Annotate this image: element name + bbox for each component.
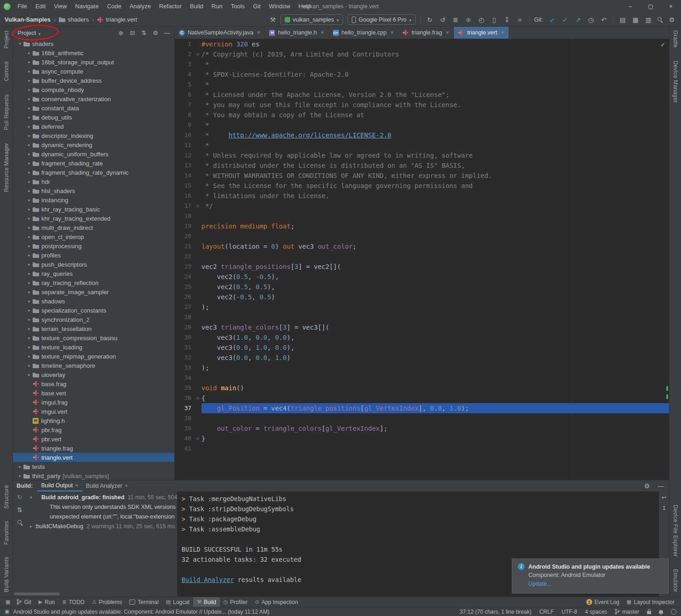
chevron-right-icon[interactable]: ▸ [26, 170, 33, 175]
chevron-right-icon[interactable]: ▸ [26, 143, 33, 147]
chevron-right-icon[interactable]: ▸ [26, 207, 33, 211]
tool-button-device-file-explorer[interactable]: Device File Explorer [672, 505, 679, 557]
build-tree-item[interactable]: ▾Build android_gradle: finished11 min, 5… [27, 492, 177, 502]
toolwindow-terminal[interactable]: Terminal [126, 597, 162, 607]
chevron-right-icon[interactable]: ▸ [26, 345, 33, 349]
tree-item-terrain-tessellation[interactable]: ▸terrain_tessellation [13, 324, 174, 333]
hide-build-panel-icon[interactable]: — [656, 482, 665, 490]
layout-inspector-button[interactable]: ▦Layout Inspector [623, 597, 678, 607]
chevron-right-icon[interactable]: ▸ [26, 234, 33, 239]
chevron-right-icon[interactable]: ▸ [26, 317, 33, 322]
toolwindow-git[interactable]: Git [13, 597, 34, 607]
scroll-to-end-icon[interactable]: ↧ [660, 505, 668, 512]
device-manager-icon[interactable]: ▤ [618, 16, 627, 23]
code-line-28[interactable]: 28 [175, 312, 669, 322]
status-message[interactable]: Android Studio and plugin updates availa… [13, 609, 269, 615]
menu-tools[interactable]: Tools [227, 0, 249, 13]
breadcrumb-item-shaders[interactable]: shaders [59, 16, 89, 23]
tree-item-uioverlay[interactable]: ▸uioverlay [13, 370, 174, 379]
git-commit-icon[interactable]: ✓ [561, 16, 570, 23]
device-monitor-icon[interactable]: ▯ [490, 16, 499, 23]
menu-edit[interactable]: Edit [31, 0, 50, 13]
chevron-right-icon[interactable]: ▸ [26, 97, 33, 101]
build-tree-item[interactable]: ▸:buildCMakeDebug2 warnings 11 min, 25 s… [27, 521, 177, 531]
tool-button-favorites[interactable]: Favorites [3, 521, 10, 545]
tab-hello-triangle-cpp[interactable]: C+hello_triangle.cpp✕ [329, 27, 399, 39]
chevron-right-icon[interactable]: ▸ [26, 354, 33, 359]
code-line-3[interactable]: 3 * [175, 59, 669, 69]
chevron-right-icon[interactable]: ▸ [26, 363, 33, 368]
tool-button-project[interactable]: Project [3, 30, 10, 48]
build-hammer-icon[interactable]: ⚒ [270, 16, 276, 23]
chevron-right-icon[interactable]: ▸ [26, 198, 33, 202]
tree-item-timeline-semaphore[interactable]: ▸timeline_semaphore [13, 361, 174, 370]
code-line-12[interactable]: 12 * Unless required by applicable law o… [175, 150, 669, 160]
code-line-40[interactable]: 40⊟} [175, 433, 669, 444]
tree-item-instancing[interactable]: ▸instancing [13, 195, 174, 205]
code-line-26[interactable]: 26 vec2(-0.5, 0.5) [175, 292, 669, 302]
code-line-33[interactable]: 33); [175, 363, 669, 373]
tree-item-constant-data[interactable]: ▸constant_data [13, 103, 174, 113]
code-line-29[interactable]: 29vec3 triangle_colors[3] = vec3[]( [175, 322, 669, 332]
close-button[interactable]: × [661, 0, 681, 13]
tree-item-lighting-h[interactable]: Hlighting.h [13, 416, 174, 425]
code-line-14[interactable]: 14 * WITHOUT WARRANTIES OR CONDITIONS OF… [175, 171, 669, 181]
search-everywhere-icon[interactable] [657, 16, 664, 23]
tree-item-open-cl-interop[interactable]: ▸open_cl_interop [13, 232, 174, 241]
tool-button-gradle[interactable]: Gradle [672, 30, 679, 48]
settings-icon[interactable]: ⚙ [667, 16, 676, 23]
tree-item-compute-nbody[interactable]: ▸compute_nbody [13, 85, 174, 94]
menu-build[interactable]: Build [186, 0, 207, 13]
code-line-10[interactable]: 10 * http://www.apache.org/licenses/LICE… [175, 130, 669, 140]
chevron-right-icon[interactable]: ▸ [26, 280, 33, 285]
chevron-right-icon[interactable]: ▸ [26, 152, 33, 156]
git-push-icon[interactable]: ↗ [573, 16, 583, 23]
tab-hello-triangle-h[interactable]: Hhello_triangle.h✕ [265, 27, 328, 39]
menu-window[interactable]: Window [265, 0, 294, 13]
tree-item-texture-loading[interactable]: ▸texture_loading [13, 342, 174, 352]
fold-marker-icon[interactable]: ⊟ [194, 201, 201, 211]
build-tab-build-output[interactable]: Build Output✕ [37, 480, 82, 491]
tree-item-imgui-frag[interactable]: imgui.frag [13, 398, 174, 407]
tree-item-dynamic-uniform-buffers[interactable]: ▸dynamic_uniform_buffers [13, 149, 174, 159]
chevron-right-icon[interactable]: ▸ [26, 326, 33, 331]
close-icon[interactable]: ✕ [75, 483, 79, 488]
code-line-4[interactable]: 4 * SPDX-License-Identifier: Apache-2.0 [175, 69, 669, 80]
chevron-right-icon[interactable]: ▸ [26, 290, 33, 294]
layout-inspector-toolbar-icon[interactable]: ▦ [631, 16, 640, 23]
tree-item-triangle-vert[interactable]: triangle.vert [13, 453, 174, 462]
collapse-all-icon[interactable]: ⊟ [129, 29, 136, 36]
notifications-toggle[interactable] [659, 610, 663, 614]
tool-button-commit[interactable]: Commit [3, 61, 10, 81]
build-tree-item[interactable]: This version only understands SDK XML ve… [27, 502, 177, 512]
inspections-status-icon[interactable]: ✓ [660, 41, 665, 48]
tree-item-khr-ray-tracing-extended[interactable]: ▸khr_ray_tracing_extended [13, 214, 174, 223]
chevron-right-icon[interactable]: ▸ [26, 87, 33, 92]
close-icon[interactable]: ✕ [125, 484, 128, 488]
tree-item-ray-tracing-reflection[interactable]: ▸ray_tracing_reflection [13, 278, 174, 287]
tree-item-16bit-arithmetic[interactable]: ▸16bit_arithmetic [13, 48, 174, 57]
code-editor[interactable]: 1#version 320 es2⊟/* Copyright (c) 2019,… [175, 39, 669, 480]
chevron-right-icon[interactable]: ▸ [26, 179, 33, 184]
minimize-button[interactable]: – [620, 0, 641, 13]
tree-item-profiles[interactable]: ▸profiles [13, 251, 174, 260]
code-line-1[interactable]: 1#version 320 es [175, 39, 669, 49]
close-icon[interactable]: ✕ [320, 30, 324, 35]
code-line-35[interactable]: 35void main() [175, 383, 669, 393]
tree-item-conservative-rasterization[interactable]: ▸conservative_rasterization [13, 94, 174, 103]
chevron-right-icon[interactable]: ▸ [26, 115, 33, 120]
history-icon[interactable]: ◷ [586, 16, 595, 23]
chevron-right-icon[interactable]: ▸ [17, 473, 23, 478]
build-tree-item[interactable]: unexpected element (uri:"", local:"base-… [27, 512, 177, 521]
maximize-button[interactable]: ▢ [641, 0, 661, 13]
attach-debugger-icon[interactable]: ⊕ [464, 16, 473, 23]
chevron-right-icon[interactable]: ▸ [26, 188, 33, 193]
chevron-right-icon[interactable]: ▸ [26, 299, 33, 303]
git-update-project-icon[interactable]: ↙ [548, 16, 557, 23]
fold-marker-icon[interactable]: ⊟ [194, 49, 201, 59]
tree-item-deferred[interactable]: ▸deferred [13, 122, 174, 131]
tree-item-fragment-shading-rate[interactable]: ▸fragment_shading_rate [13, 159, 174, 168]
tree-item-pbr-frag[interactable]: pbr.frag [13, 425, 174, 434]
close-icon[interactable]: ✕ [257, 30, 261, 35]
chevron-right-icon[interactable]: ▸ [26, 133, 33, 138]
